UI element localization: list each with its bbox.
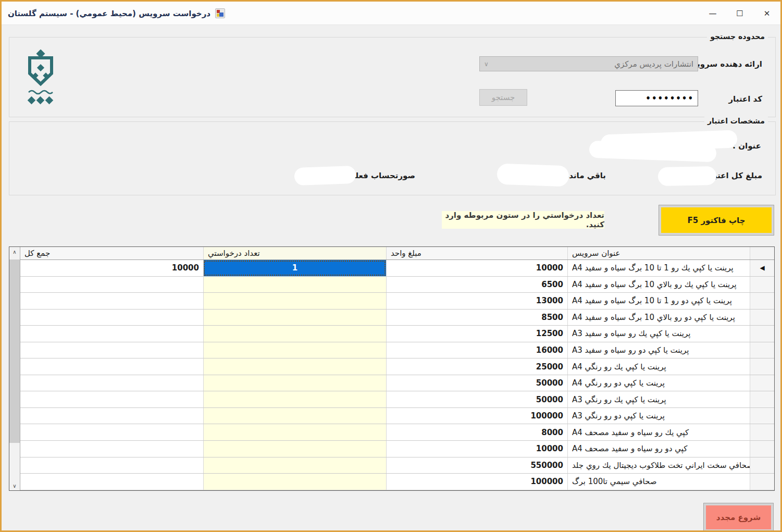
total-cell [20,457,203,474]
unit-price-cell: 50000 [386,375,567,391]
credit-title-label: عنوان : [733,141,761,151]
unit-price-cell: 550000 [386,457,567,474]
title-wrap: درخواست سرويس (محيط عمومي) - سيستم گلستا… [8,2,225,25]
row-header-cell[interactable] [750,342,774,358]
qty-cell[interactable] [203,293,386,309]
row-header-cell[interactable] [750,408,774,424]
column-header-total: جمع کل [20,247,203,259]
qty-cell[interactable] [203,326,386,342]
table-scrollbar[interactable]: ∧ ∨ [9,247,20,490]
unit-price-cell: 12500 [386,326,567,342]
service-title-cell: کپي يك رو سياه و سفيد مصحف A4 [567,424,750,440]
provider-combobox[interactable]: ∨ انتشارات پرديس مرکزي [479,56,698,71]
scroll-up-icon[interactable]: ∧ [9,247,20,256]
total-cell [20,342,203,358]
column-header-qty: تعداد درخواستي [203,247,386,259]
minimize-button[interactable]: — [699,2,726,25]
unit-price-cell: 10000 [386,260,567,276]
app-icon [215,8,225,18]
app-window: درخواست سرويس (محيط عمومي) - سيستم گلستا… [0,0,782,532]
service-title-cell: پرينت يا کپي يك رو 1 تا 10 برگ سياه و سف… [567,260,750,276]
row-header-cell[interactable] [750,441,774,457]
service-title-cell: پرينت يا کپي يك رو رنگي A3 [567,391,750,407]
unit-price-cell: 6500 [386,277,567,293]
print-invoice-button[interactable]: چاپ فاکتور F5 [659,205,774,235]
unit-price-cell: 100000 [386,474,567,490]
search-button[interactable]: جستجو [479,89,527,106]
total-cell [20,326,203,342]
total-cell [20,310,203,326]
table-row: 25000پرينت يا کپي يك رو رنگي A4 [20,358,774,375]
university-logo [24,50,57,110]
close-button[interactable]: ✕ [753,2,780,25]
service-title-cell: کپي دو رو سياه و سفيد مصحف A4 [567,441,750,457]
service-title-cell: پرينت يا کپي دو رو سياه و سفيد A3 [567,342,750,358]
table-row: 16000پرينت يا کپي دو رو سياه و سفيد A3 [20,342,774,359]
total-cell: 10000 [20,260,203,276]
table-row: 50000پرينت يا کپي يك رو رنگي A3 [20,391,774,408]
qty-cell[interactable] [203,310,386,326]
qty-cell[interactable] [203,342,386,358]
unit-price-cell: 100000 [386,408,567,424]
unit-price-cell: 16000 [386,342,567,358]
credit-details-legend: مشخصات اعتبار [704,117,768,125]
redaction-blob [294,166,356,185]
qty-cell[interactable] [203,441,386,457]
row-header-cell[interactable] [750,358,774,375]
total-cell [20,424,203,440]
column-header-unit-price: مبلغ واحد [386,247,567,259]
total-cell [20,293,203,309]
table-row: 8500پرينت يا کپي دو رو بالاي 10 برگ سياه… [20,310,774,326]
table-row: 13000پرينت يا کپي دو رو 1 تا 10 برگ سياه… [20,293,774,310]
redaction-blob [658,166,717,186]
service-title-cell: پرينت يا کپي دو رو رنگي A4 [567,375,750,391]
qty-cell[interactable] [203,375,386,391]
table-body: 10000110000پرينت يا کپي يك رو 1 تا 10 بر… [20,260,774,490]
qty-hint: تعداد درخواستي را در ستون مربوطه وارد کن… [442,211,604,229]
row-header-cell[interactable] [750,457,774,474]
service-title-cell: پرينت يا کپي يك رو بالاي 10 برگ سياه و س… [567,277,750,293]
unit-price-cell: 25000 [386,358,567,375]
total-cell [20,441,203,457]
qty-cell[interactable] [203,391,386,407]
row-header-cell[interactable]: ◀ [750,260,774,276]
row-header-cell[interactable] [750,375,774,391]
qty-cell[interactable] [203,408,386,424]
row-header-cell[interactable] [750,474,774,490]
service-title-cell: صحافي سخت ايراني تخت طلاکوب ديجيتال يك ر… [567,457,750,474]
scroll-down-icon[interactable]: ∨ [9,481,20,490]
row-header-cell[interactable] [750,424,774,440]
qty-cell[interactable] [203,474,386,490]
row-header-cell[interactable] [750,326,774,342]
credit-code-label: کد اعتبار [728,94,762,104]
column-header-service-title: عنوان سرويس [567,247,750,259]
table-row: 12500پرينت يا کپي يك رو سياه و سفيد A3 [20,326,774,342]
service-title-cell: پرينت يا کپي دو رو 1 تا 10 برگ سياه و سف… [567,293,750,309]
service-title-cell: پرينت يا کپي دو رو بالاي 10 برگ سياه و س… [567,310,750,326]
total-cell [20,474,203,490]
scrollbar-thumb[interactable] [9,259,20,443]
title-bar: درخواست سرويس (محيط عمومي) - سيستم گلستا… [2,2,780,25]
table-row: 550000صحافي سخت ايراني تخت طلاکوب ديجيتا… [20,457,774,474]
total-cell [20,277,203,293]
total-cell [20,375,203,391]
row-select-arrow-icon: ◀ [760,264,764,271]
qty-cell[interactable]: 1 [203,260,386,276]
qty-cell[interactable] [203,424,386,440]
credit-code-input[interactable]: •••••••• [615,90,698,106]
redaction-blob [496,164,569,187]
column-header-row-selector [750,247,774,259]
row-header-cell[interactable] [750,277,774,293]
maximize-button[interactable]: ☐ [726,2,753,25]
unit-price-cell: 10000 [386,441,567,457]
qty-cell[interactable] [203,277,386,293]
row-header-cell[interactable] [750,310,774,326]
table-row: 8000کپي يك رو سياه و سفيد مصحف A4 [20,424,774,441]
restart-button[interactable]: شروع مجدد [704,503,773,531]
row-header-cell[interactable] [750,293,774,309]
qty-cell[interactable] [203,457,386,474]
qty-cell[interactable] [203,358,386,375]
row-header-cell[interactable] [750,391,774,407]
total-cell [20,408,203,424]
unit-price-cell: 13000 [386,293,567,309]
